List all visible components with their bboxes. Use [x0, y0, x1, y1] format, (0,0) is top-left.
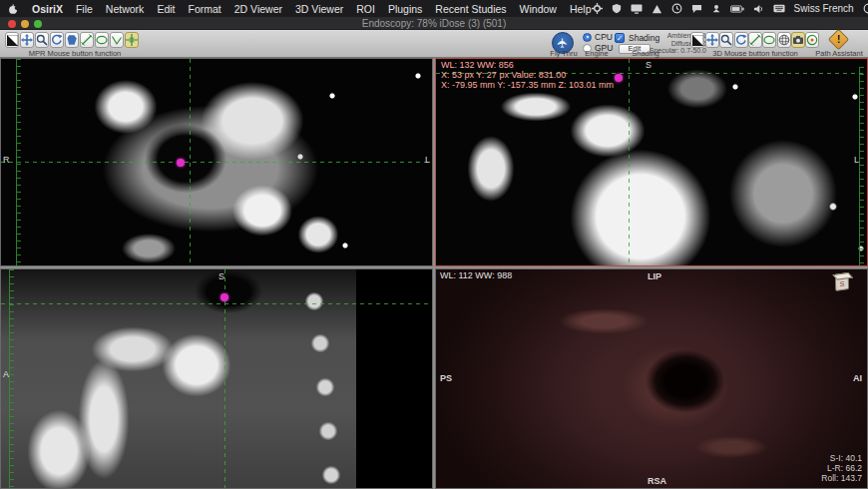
menu-osirix[interactable]: OsiriX: [32, 3, 63, 15]
fly-to-target-tool-button[interactable]: [805, 32, 819, 48]
camera-tool-button[interactable]: [791, 32, 805, 48]
orientation-label-top: S: [646, 60, 651, 70]
menu-item-recent-studies[interactable]: Recent Studies: [435, 3, 506, 15]
zoom-tool-button[interactable]: [35, 32, 49, 48]
radio-on-icon: [583, 33, 592, 42]
menu-item-2d-viewer[interactable]: 2D Viewer: [234, 3, 282, 15]
orientation-label-left: A: [3, 369, 9, 379]
length-3d-tool-button[interactable]: [748, 32, 762, 48]
mpr-axial-viewport[interactable]: R L: [0, 58, 433, 266]
endoscopy-render: [436, 269, 867, 488]
gear-icon[interactable]: [592, 3, 603, 14]
wlww-tool-button[interactable]: [5, 32, 19, 48]
ruler: [16, 59, 21, 266]
sphere-rotate-3d-tool-button[interactable]: [777, 32, 791, 48]
display-icon[interactable]: [631, 4, 643, 14]
menu-bar: OsiriX FileNetworkEditFormat2D Viewer3D …: [0, 0, 868, 17]
stat-si: S-I: 40.1: [821, 453, 862, 463]
orientation-label-bottom: RSA: [648, 476, 666, 486]
crosshair-horizontal[interactable]: [1, 303, 433, 304]
orientation-label-left: PS: [440, 373, 452, 383]
menu-item-help[interactable]: Help: [570, 3, 592, 15]
orientation-label-top: LIP: [648, 271, 661, 281]
oval-roi-tool-button[interactable]: [95, 32, 109, 48]
pan-tool-button[interactable]: [20, 32, 34, 48]
pan-3d-tool-button[interactable]: [705, 32, 719, 48]
zoom-3d-tool-button[interactable]: [719, 32, 733, 48]
menu-item-window[interactable]: Window: [520, 3, 557, 15]
camera-stats: S-I: 40.1 L-R: 66.2 Roll: 143.7: [821, 453, 862, 483]
crosshair-tool-button[interactable]: [125, 32, 139, 48]
crosshair-horizontal[interactable]: [1, 162, 433, 163]
path-assistant-label: Path Assistant: [810, 49, 868, 58]
toolbar: MPR Mouse button function ✈ Fly Thru CPU…: [0, 30, 868, 58]
crosshair-vertical[interactable]: [190, 59, 191, 266]
menu-item-3d-viewer[interactable]: 3D Viewer: [295, 3, 343, 15]
path-point-marker[interactable]: [177, 159, 185, 167]
input-source-label[interactable]: Swiss French: [794, 3, 854, 14]
position-overlay: X: -79.95 mm Y: -157.35 mm Z: 103.01 mm: [441, 81, 614, 91]
clock-rewind-icon[interactable]: [671, 3, 682, 14]
mountain-icon[interactable]: [651, 4, 662, 14]
rotate-tool-button[interactable]: [50, 32, 64, 48]
oval-3d-tool-button[interactable]: [762, 32, 776, 48]
airplay-icon[interactable]: [711, 4, 721, 14]
angle-tool-button[interactable]: [110, 32, 124, 48]
path-point-marker[interactable]: [220, 293, 228, 301]
apple-menu-icon[interactable]: [8, 3, 19, 15]
volume-icon[interactable]: [753, 4, 764, 14]
ruler: [9, 269, 14, 489]
orientation-label-right: AI: [853, 373, 862, 383]
path-point-marker[interactable]: [615, 74, 623, 82]
shield-icon[interactable]: [612, 3, 622, 14]
stat-lr: L-R: 66.2: [821, 463, 862, 473]
engine-cpu-radio[interactable]: CPU: [583, 32, 613, 42]
viewport-grid: R L S L WL: 132 WW: 856 X: 53 px Y: 27 p…: [0, 58, 868, 489]
wlww-overlay: WL: 112 WW: 988: [440, 271, 512, 281]
orientation-label-right: L: [854, 155, 859, 165]
checkbox-checked-icon: ✓: [615, 33, 625, 43]
crosshair-vertical[interactable]: [224, 269, 225, 489]
menu-item-roi[interactable]: ROI: [356, 3, 375, 15]
ruler: [859, 67, 864, 266]
clock-icon[interactable]: [863, 3, 868, 14]
chat-bubble-icon[interactable]: [691, 4, 702, 14]
mpr-oblique-viewport-selected[interactable]: S L WL: 132 WW: 856 X: 53 px Y: 27 px Va…: [435, 58, 868, 266]
orientation-cube-icon[interactable]: S: [835, 275, 849, 291]
slab-tool-button[interactable]: [65, 32, 79, 48]
menu-item-edit[interactable]: Edit: [157, 3, 175, 15]
orientation-label-top: S: [218, 271, 224, 281]
window-title-bar: Endoscopy: 78% iDose (3) (501): [0, 17, 868, 30]
menu-item-file[interactable]: File: [76, 3, 93, 15]
mpr-group-label: MPR Mouse button function: [20, 49, 130, 58]
window-title: Endoscopy: 78% iDose (3) (501): [0, 18, 868, 29]
orientation-label-left: R: [3, 155, 10, 165]
menu-item-plugins[interactable]: Plugins: [388, 3, 422, 15]
keyboard-input-icon[interactable]: [773, 4, 785, 13]
osirix-window: OsiriX FileNetworkEditFormat2D Viewer3D …: [0, 0, 868, 489]
path-assistant-icon[interactable]: [828, 29, 849, 50]
endoscopy-3d-viewport[interactable]: S WL: 112 WW: 988 LIP PS AI RSA S-I: 40.…: [435, 268, 868, 489]
mpr-sagittal-viewport[interactable]: S A: [0, 268, 433, 489]
length-tool-button[interactable]: [80, 32, 94, 48]
crosshair-vertical[interactable]: [629, 59, 630, 266]
rotate-3d-tool-button[interactable]: [734, 32, 748, 48]
engine-group-label: Engine: [577, 49, 617, 58]
menu-item-format[interactable]: Format: [188, 3, 220, 15]
wlww-3d-tool-button[interactable]: [690, 32, 704, 48]
battery-icon[interactable]: [730, 5, 744, 13]
airplane-icon: ✈: [553, 38, 573, 49]
ct-sagittal-image: [1, 269, 356, 488]
orientation-label-right: L: [425, 155, 430, 165]
stat-roll: Roll: 143.7: [821, 473, 862, 483]
menu-item-network[interactable]: Network: [106, 3, 145, 15]
menu-items: FileNetworkEditFormat2D Viewer3D ViewerR…: [76, 3, 592, 15]
mouse3d-group-label: 3D Mouse button function: [690, 49, 820, 58]
